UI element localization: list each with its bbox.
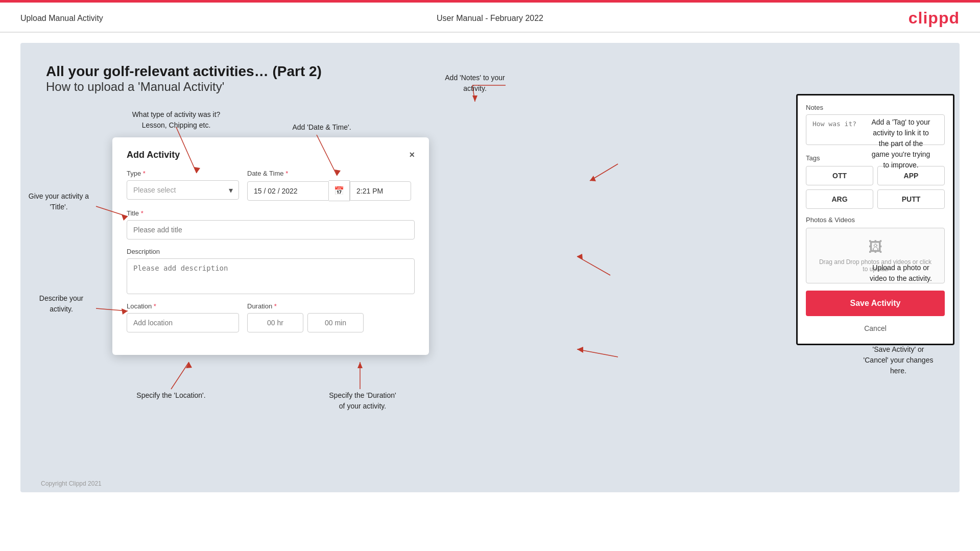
title-input[interactable] <box>127 220 415 239</box>
svg-marker-16 <box>590 176 596 181</box>
svg-line-15 <box>590 164 618 181</box>
ann-activity-type: What type of activity was it?Lesson, Chi… <box>120 109 232 131</box>
time-input[interactable] <box>350 181 411 201</box>
form-group-type: Type * Please select <box>127 170 239 201</box>
duration-min-input[interactable] <box>307 313 364 332</box>
tag-putt[interactable]: PUTT <box>877 189 945 209</box>
notes-label: Notes <box>806 104 945 111</box>
ann-location: Specify the 'Location'. <box>120 390 222 401</box>
ann-notes: Add 'Notes' to youractivity. <box>419 73 531 94</box>
svg-marker-13 <box>472 95 477 102</box>
ann-title: Give your activity a'Title'. <box>23 191 94 212</box>
main-content: All your golf-relevant activities… (Part… <box>20 43 960 492</box>
date-input[interactable] <box>247 181 329 201</box>
type-select-wrapper[interactable]: Please select <box>127 180 239 200</box>
svg-marker-9 <box>186 362 192 368</box>
calendar-icon[interactable]: 📅 <box>329 180 350 201</box>
photo-icon: 🖼 <box>817 238 934 255</box>
photos-label: Photos & Videos <box>806 216 945 224</box>
ann-save: 'Save Activity' or'Cancel' your changesh… <box>842 344 954 376</box>
type-label: Type * <box>127 170 239 177</box>
datetime-label: Date & Time * <box>247 170 415 177</box>
description-label: Description <box>127 248 415 255</box>
modal-header: Add Activity × <box>127 150 415 160</box>
form-group-location: Location * <box>127 302 239 332</box>
description-textarea[interactable] <box>127 258 415 294</box>
ann-photo: Upload a photo orvideo to the activity. <box>850 262 952 284</box>
title-label: Title * <box>127 209 415 217</box>
ann-duration: Specify the 'Duration'of your activity. <box>301 390 424 412</box>
duration-hr-input[interactable] <box>247 313 303 332</box>
form-group-duration: Duration * <box>247 302 415 332</box>
svg-line-19 <box>577 349 618 357</box>
type-select[interactable]: Please select <box>127 180 239 200</box>
manual-label: User Manual - February 2022 <box>437 14 543 23</box>
duration-group <box>247 313 415 332</box>
svg-marker-18 <box>577 254 583 260</box>
add-activity-modal: Add Activity × Type * Please select Date… <box>112 137 429 355</box>
save-activity-button[interactable]: Save Activity <box>806 291 945 316</box>
page-label: Upload Manual Activity <box>20 14 103 23</box>
tags-grid: OTT APP ARG PUTT <box>806 166 945 209</box>
svg-marker-20 <box>577 347 583 353</box>
top-bar: Upload Manual Activity User Manual - Feb… <box>0 3 980 33</box>
ann-describe: Describe youractivity. <box>26 293 97 315</box>
cancel-button[interactable]: Cancel <box>861 321 890 336</box>
form-group-datetime: Date & Time * 📅 <box>247 170 415 201</box>
datetime-group: 📅 <box>247 180 415 201</box>
logo: clippd <box>909 9 960 28</box>
copyright: Copyright Clippd 2021 <box>41 480 102 487</box>
svg-line-8 <box>171 362 189 389</box>
tag-arg[interactable]: ARG <box>806 189 873 209</box>
form-row-type-datetime: Type * Please select Date & Time * 📅 <box>127 170 415 201</box>
ann-tag: Add a 'Tag' to youractivity to link it t… <box>850 117 952 171</box>
form-row-location-duration: Location * Duration * <box>127 302 415 332</box>
location-label: Location * <box>127 302 239 310</box>
modal-title: Add Activity <box>127 150 180 160</box>
modal-close-button[interactable]: × <box>409 150 415 160</box>
ann-datetime: Add 'Date & Time'. <box>271 122 373 133</box>
location-input[interactable] <box>127 313 239 332</box>
svg-marker-11 <box>357 362 363 368</box>
form-group-title: Title * <box>127 209 415 239</box>
svg-line-17 <box>577 256 610 275</box>
duration-label: Duration * <box>247 302 415 310</box>
form-group-description: Description <box>127 248 415 294</box>
